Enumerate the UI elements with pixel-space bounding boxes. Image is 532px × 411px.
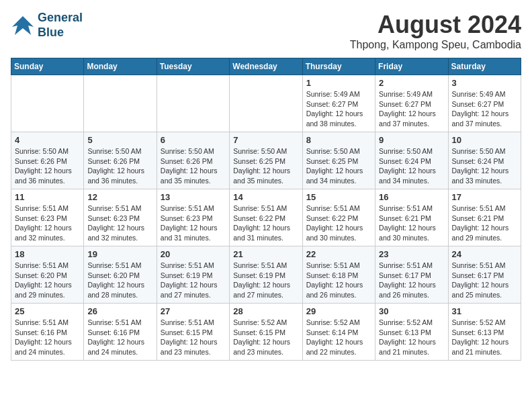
weekday-header-thursday: Thursday: [302, 58, 375, 75]
day-number: 21: [233, 249, 298, 259]
calendar-cell: 3Sunrise: 5:49 AM Sunset: 6:27 PM Daylig…: [448, 75, 521, 132]
day-detail: Sunrise: 5:52 AM Sunset: 6:13 PM Dayligh…: [452, 318, 517, 357]
calendar-cell: 1Sunrise: 5:49 AM Sunset: 6:27 PM Daylig…: [302, 75, 375, 132]
day-detail: Sunrise: 5:51 AM Sunset: 6:16 PM Dayligh…: [87, 318, 152, 357]
weekday-header-friday: Friday: [375, 58, 448, 75]
calendar-cell: 18Sunrise: 5:51 AM Sunset: 6:20 PM Dayli…: [11, 246, 84, 304]
day-detail: Sunrise: 5:50 AM Sunset: 6:24 PM Dayligh…: [452, 146, 517, 186]
day-detail: Sunrise: 5:49 AM Sunset: 6:27 PM Dayligh…: [379, 89, 444, 129]
day-detail: Sunrise: 5:51 AM Sunset: 6:20 PM Dayligh…: [87, 261, 152, 300]
day-detail: Sunrise: 5:51 AM Sunset: 6:23 PM Dayligh…: [87, 203, 152, 243]
logo: General Blue: [11, 11, 83, 40]
day-detail: Sunrise: 5:51 AM Sunset: 6:17 PM Dayligh…: [452, 261, 517, 300]
day-number: 26: [87, 306, 152, 316]
calendar-cell: 26Sunrise: 5:51 AM Sunset: 6:16 PM Dayli…: [84, 304, 157, 361]
day-detail: Sunrise: 5:52 AM Sunset: 6:14 PM Dayligh…: [306, 318, 371, 357]
weekday-header-saturday: Saturday: [448, 58, 521, 75]
day-number: 18: [15, 249, 80, 259]
calendar-cell: 20Sunrise: 5:51 AM Sunset: 6:19 PM Dayli…: [157, 246, 229, 304]
page-header: General Blue August 2024 Thpong, Kampong…: [11, 11, 521, 51]
calendar-cell: 8Sunrise: 5:50 AM Sunset: 6:25 PM Daylig…: [302, 132, 375, 189]
day-number: 12: [87, 192, 152, 202]
calendar-week-row: 11Sunrise: 5:51 AM Sunset: 6:23 PM Dayli…: [11, 189, 521, 246]
calendar-cell: 27Sunrise: 5:51 AM Sunset: 6:15 PM Dayli…: [157, 304, 229, 361]
calendar-cell: 25Sunrise: 5:51 AM Sunset: 6:16 PM Dayli…: [11, 304, 84, 361]
day-detail: Sunrise: 5:51 AM Sunset: 6:19 PM Dayligh…: [233, 261, 298, 300]
calendar-cell: [11, 75, 84, 132]
day-number: 27: [161, 306, 226, 316]
day-number: 16: [379, 192, 444, 202]
day-number: 17: [452, 192, 517, 202]
weekday-header-tuesday: Tuesday: [157, 58, 229, 75]
logo-text: General Blue: [38, 11, 83, 40]
day-number: 10: [452, 135, 517, 145]
calendar-cell: 15Sunrise: 5:51 AM Sunset: 6:22 PM Dayli…: [302, 189, 375, 246]
calendar-header: SundayMondayTuesdayWednesdayThursdayFrid…: [11, 58, 521, 75]
calendar-cell: 7Sunrise: 5:50 AM Sunset: 6:25 PM Daylig…: [230, 132, 302, 189]
calendar-cell: 16Sunrise: 5:51 AM Sunset: 6:21 PM Dayli…: [375, 189, 448, 246]
calendar-cell: 2Sunrise: 5:49 AM Sunset: 6:27 PM Daylig…: [375, 75, 448, 132]
day-number: 22: [306, 249, 371, 259]
day-detail: Sunrise: 5:51 AM Sunset: 6:16 PM Dayligh…: [15, 318, 80, 357]
calendar-cell: 11Sunrise: 5:51 AM Sunset: 6:23 PM Dayli…: [11, 189, 84, 246]
calendar-cell: 31Sunrise: 5:52 AM Sunset: 6:13 PM Dayli…: [448, 304, 521, 361]
day-number: 25: [15, 306, 80, 316]
weekday-header-wednesday: Wednesday: [230, 58, 302, 75]
day-detail: Sunrise: 5:51 AM Sunset: 6:21 PM Dayligh…: [452, 203, 517, 243]
calendar-cell: 29Sunrise: 5:52 AM Sunset: 6:14 PM Dayli…: [302, 304, 375, 361]
logo-line1: General: [38, 11, 83, 24]
day-number: 31: [452, 306, 517, 316]
day-detail: Sunrise: 5:50 AM Sunset: 6:24 PM Dayligh…: [379, 146, 444, 186]
day-detail: Sunrise: 5:51 AM Sunset: 6:17 PM Dayligh…: [379, 261, 444, 300]
day-detail: Sunrise: 5:50 AM Sunset: 6:26 PM Dayligh…: [87, 146, 152, 186]
day-detail: Sunrise: 5:51 AM Sunset: 6:22 PM Dayligh…: [233, 203, 298, 243]
day-number: 24: [452, 249, 517, 259]
weekday-header-row: SundayMondayTuesdayWednesdayThursdayFrid…: [11, 58, 521, 75]
day-detail: Sunrise: 5:50 AM Sunset: 6:26 PM Dayligh…: [15, 146, 80, 186]
day-detail: Sunrise: 5:49 AM Sunset: 6:27 PM Dayligh…: [306, 89, 371, 129]
calendar-cell: 30Sunrise: 5:52 AM Sunset: 6:13 PM Dayli…: [375, 304, 448, 361]
calendar-cell: 19Sunrise: 5:51 AM Sunset: 6:20 PM Dayli…: [84, 246, 157, 304]
day-number: 11: [15, 192, 80, 202]
calendar-cell: 10Sunrise: 5:50 AM Sunset: 6:24 PM Dayli…: [448, 132, 521, 189]
logo-line2: Blue: [38, 26, 64, 39]
logo-icon: [11, 13, 35, 38]
calendar-cell: 12Sunrise: 5:51 AM Sunset: 6:23 PM Dayli…: [84, 189, 157, 246]
calendar-cell: 24Sunrise: 5:51 AM Sunset: 6:17 PM Dayli…: [448, 246, 521, 304]
weekday-header-sunday: Sunday: [11, 58, 84, 75]
calendar-week-row: 1Sunrise: 5:49 AM Sunset: 6:27 PM Daylig…: [11, 75, 521, 132]
day-number: 19: [87, 249, 152, 259]
day-number: 28: [233, 306, 298, 316]
calendar-cell: [84, 75, 157, 132]
calendar-body: 1Sunrise: 5:49 AM Sunset: 6:27 PM Daylig…: [11, 75, 521, 361]
day-detail: Sunrise: 5:51 AM Sunset: 6:23 PM Dayligh…: [15, 203, 80, 243]
calendar-cell: 23Sunrise: 5:51 AM Sunset: 6:17 PM Dayli…: [375, 246, 448, 304]
day-detail: Sunrise: 5:50 AM Sunset: 6:26 PM Dayligh…: [161, 146, 226, 186]
calendar-week-row: 18Sunrise: 5:51 AM Sunset: 6:20 PM Dayli…: [11, 246, 521, 304]
calendar-cell: 4Sunrise: 5:50 AM Sunset: 6:26 PM Daylig…: [11, 132, 84, 189]
day-number: 14: [233, 192, 298, 202]
calendar-cell: [157, 75, 229, 132]
day-number: 30: [379, 306, 444, 316]
calendar-cell: 6Sunrise: 5:50 AM Sunset: 6:26 PM Daylig…: [157, 132, 229, 189]
day-number: 6: [161, 135, 226, 145]
day-detail: Sunrise: 5:50 AM Sunset: 6:25 PM Dayligh…: [306, 146, 371, 186]
title-block: August 2024 Thpong, Kampong Speu, Cambod…: [350, 11, 521, 51]
day-number: 1: [306, 78, 371, 88]
calendar-cell: 21Sunrise: 5:51 AM Sunset: 6:19 PM Dayli…: [230, 246, 302, 304]
calendar-week-row: 4Sunrise: 5:50 AM Sunset: 6:26 PM Daylig…: [11, 132, 521, 189]
calendar-cell: 5Sunrise: 5:50 AM Sunset: 6:26 PM Daylig…: [84, 132, 157, 189]
calendar-table: SundayMondayTuesdayWednesdayThursdayFrid…: [11, 58, 521, 361]
day-number: 2: [379, 78, 444, 88]
calendar-cell: 14Sunrise: 5:51 AM Sunset: 6:22 PM Dayli…: [230, 189, 302, 246]
day-number: 15: [306, 192, 371, 202]
day-detail: Sunrise: 5:51 AM Sunset: 6:15 PM Dayligh…: [161, 318, 226, 357]
day-detail: Sunrise: 5:51 AM Sunset: 6:18 PM Dayligh…: [306, 261, 371, 300]
day-detail: Sunrise: 5:52 AM Sunset: 6:13 PM Dayligh…: [379, 318, 444, 357]
day-detail: Sunrise: 5:51 AM Sunset: 6:19 PM Dayligh…: [161, 261, 226, 300]
day-number: 20: [161, 249, 226, 259]
month-title: August 2024: [350, 11, 521, 39]
day-number: 8: [306, 135, 371, 145]
calendar-cell: 28Sunrise: 5:52 AM Sunset: 6:15 PM Dayli…: [230, 304, 302, 361]
day-detail: Sunrise: 5:51 AM Sunset: 6:20 PM Dayligh…: [15, 261, 80, 300]
